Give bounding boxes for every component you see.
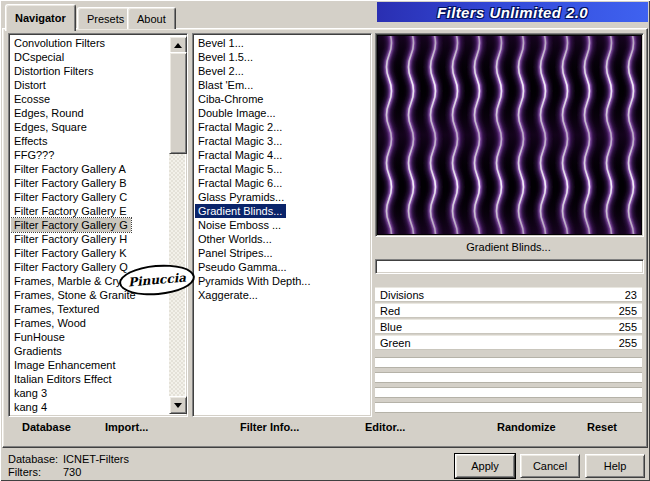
filter-item[interactable]: Fractal Magic 5...	[195, 162, 369, 176]
filter-item[interactable]: Bevel 1...	[195, 36, 369, 50]
tab-navigator[interactable]: Navigator	[5, 4, 76, 31]
filter-item[interactable]: Ciba-Chrome	[195, 92, 369, 106]
category-item[interactable]: Gradients	[11, 344, 169, 358]
parameter-empty-row	[375, 387, 642, 398]
category-item[interactable]: Filter Factory Gallery C	[11, 190, 169, 204]
filter-item[interactable]: Pseudo Gamma...	[195, 260, 369, 274]
category-item[interactable]: kang 4	[11, 400, 169, 414]
triangle-down-icon	[174, 403, 182, 408]
category-item[interactable]: Filter Factory Gallery B	[11, 176, 169, 190]
parameter-empty-rows	[375, 353, 642, 413]
filter-listbox: Bevel 1...Bevel 1.5...Bevel 2...Blast 'E…	[192, 33, 372, 417]
category-item[interactable]: Filter Factory Gallery A	[11, 162, 169, 176]
parameter-name: Divisions	[380, 289, 424, 301]
filter-item[interactable]: Glass Pyramids...	[195, 190, 369, 204]
parameter-row[interactable]: Divisions23	[375, 287, 642, 302]
parameter-row[interactable]: Green255	[375, 335, 642, 350]
filters-unlimited-window: Filters Unlimited 2.0 Navigator Presets …	[0, 0, 650, 481]
category-item[interactable]: kang 3	[11, 386, 169, 400]
category-item[interactable]: FunHouse	[11, 330, 169, 344]
parameter-empty-row	[375, 402, 642, 413]
category-item[interactable]: Distortion Filters	[11, 64, 169, 78]
filter-item[interactable]: Xaggerate...	[195, 288, 369, 302]
selected-filter-caption: Gradient Blinds...	[375, 241, 642, 253]
category-item[interactable]: Filter Factory Gallery H	[11, 232, 169, 246]
parameter-empty-row	[375, 372, 642, 383]
help-button[interactable]: Help	[585, 454, 645, 478]
filter-item[interactable]: Gradient Blinds...	[195, 204, 286, 218]
randomize-button[interactable]: Randomize	[497, 421, 556, 433]
triangle-up-icon	[174, 43, 182, 48]
tab-about[interactable]: About	[127, 7, 176, 29]
filter-item[interactable]: Pyramids With Depth...	[195, 274, 369, 288]
cancel-button[interactable]: Cancel	[520, 454, 580, 478]
category-item[interactable]: Filter Factory Gallery E	[11, 204, 169, 218]
status-filters-label: Filters:	[8, 466, 41, 478]
filter-item[interactable]: Fractal Magic 4...	[195, 148, 369, 162]
category-item[interactable]: Frames, Wood	[11, 316, 169, 330]
category-item[interactable]: Frames, Textured	[11, 302, 169, 316]
category-item[interactable]: Edges, Square	[11, 120, 169, 134]
parameter-name: Red	[380, 305, 400, 317]
category-scrollbar[interactable]	[169, 36, 185, 414]
category-item[interactable]: Filter Factory Gallery K	[11, 246, 169, 260]
category-list: Convolution FiltersDCspecialDistortion F…	[11, 36, 169, 414]
filter-list: Bevel 1...Bevel 1.5...Bevel 2...Blast 'E…	[195, 36, 369, 414]
parameter-row[interactable]: Blue255	[375, 319, 642, 334]
category-item[interactable]: Ecosse	[11, 92, 169, 106]
parameter-row[interactable]: Red255	[375, 303, 642, 318]
category-item[interactable]: DCspecial	[11, 50, 169, 64]
filter-item[interactable]: Fractal Magic 3...	[195, 134, 369, 148]
scroll-down-button[interactable]	[169, 396, 187, 414]
category-item[interactable]: FFG???	[11, 148, 169, 162]
parameter-value: 255	[619, 321, 637, 333]
import-button[interactable]: Import...	[105, 421, 148, 433]
filter-item[interactable]: Bevel 1.5...	[195, 50, 369, 64]
category-item[interactable]: Effects	[11, 134, 169, 148]
filter-info-button[interactable]: Filter Info...	[240, 421, 299, 433]
apply-button[interactable]: Apply	[455, 454, 515, 478]
status-filters-value: 730	[63, 466, 81, 478]
editor-button[interactable]: Editor...	[365, 421, 405, 433]
filter-item[interactable]: Other Worlds...	[195, 232, 369, 246]
filter-item[interactable]: Fractal Magic 2...	[195, 120, 369, 134]
filter-item[interactable]: Double Image...	[195, 106, 369, 120]
filter-item[interactable]: Bevel 2...	[195, 64, 369, 78]
category-listbox: Convolution FiltersDCspecialDistortion F…	[8, 33, 188, 417]
reset-button[interactable]: Reset	[587, 421, 617, 433]
category-item[interactable]: Distort	[11, 78, 169, 92]
parameter-name: Blue	[380, 321, 402, 333]
category-item[interactable]: Image Enhancement	[11, 358, 169, 372]
gradient-blinds-preview-image	[378, 36, 641, 234]
parameter-empty-row	[375, 357, 642, 368]
category-item[interactable]: Filter Factory Gallery G	[11, 218, 131, 232]
preview-pane	[375, 33, 644, 237]
filter-item[interactable]: Panel Stripes...	[195, 246, 369, 260]
parameter-value: 255	[619, 337, 637, 349]
parameter-name: Green	[380, 337, 411, 349]
database-button[interactable]: Database	[22, 421, 71, 433]
status-database-value: ICNET-Filters	[63, 453, 129, 465]
category-item[interactable]: Convolution Filters	[11, 36, 169, 50]
tab-presets[interactable]: Presets	[77, 7, 134, 29]
status-database-label: Database:	[8, 453, 58, 465]
progress-bar	[375, 259, 644, 274]
category-item[interactable]: Edges, Round	[11, 106, 169, 120]
filter-item[interactable]: Fractal Magic 6...	[195, 176, 369, 190]
window-title: Filters Unlimited 2.0	[437, 4, 588, 21]
parameter-value: 255	[619, 305, 637, 317]
filter-item[interactable]: Blast 'Em...	[195, 78, 369, 92]
category-item[interactable]: Italian Editors Effect	[11, 372, 169, 386]
parameter-value: 23	[625, 289, 637, 301]
scrollbar-thumb[interactable]	[169, 52, 187, 154]
parameter-table: Divisions23Red255Blue255Green255	[375, 287, 642, 351]
filter-item[interactable]: Noise Emboss ...	[195, 218, 369, 232]
window-title-banner: Filters Unlimited 2.0	[377, 2, 648, 22]
